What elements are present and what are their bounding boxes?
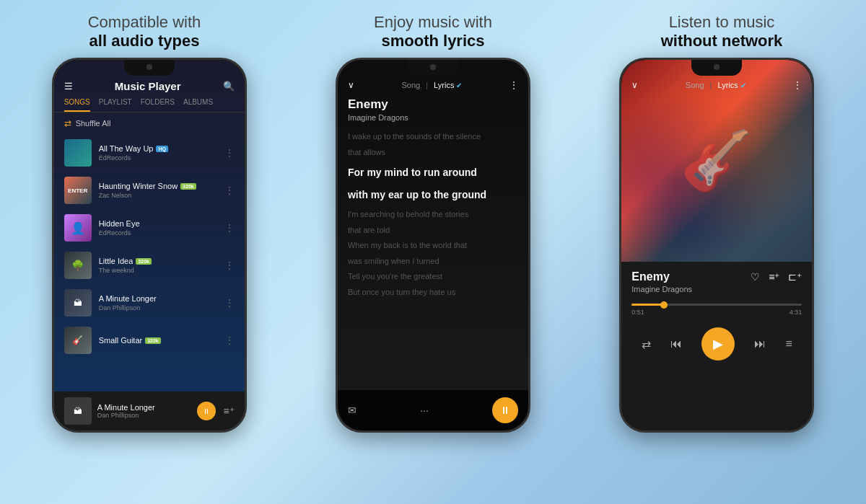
lyric-9: But once you turn they hate us xyxy=(348,286,518,299)
time-total: 4:31 xyxy=(790,309,802,316)
phone2-screen: ∨ Song | Lyrics ✔ ⋮ Enemy Imagine Dragon… xyxy=(338,60,528,430)
lyric-4: I'm searching to behold the stories xyxy=(348,208,518,221)
more-icon-hidden[interactable]: ⋮ xyxy=(224,222,235,234)
song-item-little[interactable]: 🌳 Little Idea 320k The weeknd ⋮ xyxy=(54,247,245,284)
song-list: All The Way Up HQ EdRecords ⋮ ENTER xyxy=(54,134,245,359)
phone3: 🎸 ∨ Song | Lyrics ✔ ⋮ xyxy=(619,58,814,433)
next-button[interactable]: ⏭ xyxy=(754,337,766,350)
p2-song-title: Enemy xyxy=(338,97,528,113)
phone2-wrapper: ∨ Song | Lyrics ✔ ⋮ Enemy Imagine Dragon… xyxy=(298,58,567,497)
options-icon[interactable]: ··· xyxy=(420,404,429,416)
p1-title: Music Player xyxy=(115,80,181,92)
p3-song-title: Enemy xyxy=(631,270,669,283)
lyric-5: that are told xyxy=(348,224,518,237)
phone1-screen: ☰ Music Player 🔍 SONGS PLAYLIST FOLDERS … xyxy=(54,60,245,430)
cast-icon[interactable]: ⊏⁺ xyxy=(788,271,802,283)
queue-list-icon[interactable]: ≡⁺ xyxy=(769,271,779,283)
song-item-hidden[interactable]: 👤 Hidden Eye EdRecords ⋮ xyxy=(54,209,245,247)
song-name-haunting: Haunting Winter Snow xyxy=(99,182,178,190)
phone2: ∨ Song | Lyrics ✔ ⋮ Enemy Imagine Dragon… xyxy=(336,58,530,433)
more-icon-little[interactable]: ⋮ xyxy=(224,260,235,271)
song-name-allway: All The Way Up xyxy=(99,144,154,153)
song-name-aminute: A Minute Longer xyxy=(99,294,157,303)
p3-header: ∨ Song | Lyrics ✔ ⋮ xyxy=(621,80,812,90)
lyric-7: was smiling when I turned xyxy=(348,255,518,268)
favorite-icon[interactable]: ♡ xyxy=(751,271,760,283)
song-info-hidden: Hidden Eye EdRecords xyxy=(99,219,217,236)
tab-albums[interactable]: ALBUMS xyxy=(183,98,213,112)
song-item-aminute[interactable]: 🏔 A Minute Longer Dan Phillipson ⋮ xyxy=(54,284,245,322)
p2-footer: ✉ ··· ⏸ xyxy=(338,390,528,430)
p2-header: ∨ Song | Lyrics ✔ ⋮ xyxy=(338,60,528,97)
phone1: ☰ Music Player 🔍 SONGS PLAYLIST FOLDERS … xyxy=(52,58,247,433)
tab-lyrics-p3[interactable]: Lyrics ✔ xyxy=(717,81,745,89)
progress-times: 0:51 4:31 xyxy=(631,309,802,316)
phone3-wrapper: 🎸 ∨ Song | Lyrics ✔ ⋮ xyxy=(582,58,852,497)
np-artist: Dan Phillipson xyxy=(97,412,192,419)
time-current: 0:51 xyxy=(631,309,644,316)
mail-icon[interactable]: ✉ xyxy=(348,404,357,416)
tab-songs[interactable]: SONGS xyxy=(64,98,90,112)
thumb-img-allway xyxy=(64,139,92,167)
back-icon-p2[interactable]: ∨ xyxy=(348,80,354,90)
thumb-img-hidden: 👤 xyxy=(64,214,92,242)
verified-icon-p3: ✔ xyxy=(740,81,746,89)
song-item-small[interactable]: 🎸 Small Guitar 320k ⋮ xyxy=(54,322,245,359)
label-3-line1: Listen to music xyxy=(577,13,866,32)
np-info: A Minute Longer Dan Phillipson xyxy=(97,403,192,419)
p1-header: ☰ Music Player 🔍 xyxy=(54,60,245,98)
song-item-allway[interactable]: All The Way Up HQ EdRecords ⋮ xyxy=(54,134,245,172)
more-icon-p3[interactable]: ⋮ xyxy=(793,80,802,90)
thumb-img-small: 🎸 xyxy=(64,327,92,354)
lyrics-container: I wake up to the sounds of the silence t… xyxy=(338,131,528,299)
label-1-line1: Compatible with xyxy=(0,13,289,32)
back-icon-p3[interactable]: ∨ xyxy=(631,80,638,90)
song-item-haunting[interactable]: ENTER Haunting Winter Snow 320k Zac Nels… xyxy=(54,172,245,209)
play-button-p3[interactable]: ▶ xyxy=(701,327,735,361)
song-artist-allway: EdRecords xyxy=(99,154,217,162)
tab-song-p2[interactable]: Song xyxy=(402,81,421,89)
p3-artist: Imagine Dragons xyxy=(631,285,802,293)
more-icon-haunting[interactable]: ⋮ xyxy=(224,185,235,196)
tab-lyrics-p2[interactable]: Lyrics ✔ xyxy=(434,81,462,89)
tab-song-p3[interactable]: Song xyxy=(686,81,704,89)
more-icon-allway[interactable]: ⋮ xyxy=(224,147,235,159)
progress-bar[interactable] xyxy=(631,304,802,306)
song-thumb-small: 🎸 xyxy=(64,327,92,354)
np-thumb: 🏔 xyxy=(64,397,92,425)
equalizer-button[interactable]: ≡ xyxy=(785,337,792,350)
tab-folders[interactable]: FOLDERS xyxy=(141,98,175,112)
thumb-img-aminute: 🏔 xyxy=(64,289,92,317)
queue-icon[interactable]: ≡⁺ xyxy=(223,405,234,417)
label-3: Listen to music without network xyxy=(577,13,866,50)
p2-tabs: Song | Lyrics ✔ xyxy=(402,81,463,89)
now-playing-bar: 🏔 A Minute Longer Dan Phillipson ⏸ ≡⁺ xyxy=(54,392,245,430)
song-name-hidden: Hidden Eye xyxy=(99,219,140,228)
song-name-little: Little Idea xyxy=(99,257,134,265)
menu-icon[interactable]: ☰ xyxy=(64,81,73,92)
np-thumb-img: 🏔 xyxy=(64,397,92,425)
more-icon-p2[interactable]: ⋮ xyxy=(509,80,518,90)
prev-button[interactable]: ⏮ xyxy=(670,337,682,350)
tab-playlist[interactable]: PLAYLIST xyxy=(99,98,132,112)
np-title: A Minute Longer xyxy=(97,403,192,412)
song-thumb-little: 🌳 xyxy=(64,252,92,279)
shuffle-row[interactable]: ⇄ Shuffle All xyxy=(54,112,245,134)
pause-button-p2[interactable]: ⏸ xyxy=(492,397,518,423)
search-icon[interactable]: 🔍 xyxy=(223,81,235,92)
p3-progress[interactable]: 0:51 4:31 xyxy=(621,298,812,322)
tab-divider-p3: | xyxy=(710,81,712,89)
more-icon-small[interactable]: ⋮ xyxy=(224,335,235,346)
more-icon-aminute[interactable]: ⋮ xyxy=(224,297,235,309)
p3-controls: ⇄ ⏮ ▶ ⏭ ≡ xyxy=(621,322,812,371)
progress-thumb xyxy=(660,301,668,309)
shuffle-button[interactable]: ⇄ xyxy=(642,337,651,351)
song-info-little: Little Idea 320k The weeknd xyxy=(99,257,217,274)
p3-info: Enemy ♡ ≡⁺ ⊏⁺ Imagine Dragons xyxy=(621,262,812,298)
song-badge-small: 320k xyxy=(145,337,161,344)
label-1-line2: all audio types xyxy=(0,32,289,50)
pause-button[interactable]: ⏸ xyxy=(197,402,216,420)
song-artist-hidden: EdRecords xyxy=(99,229,217,236)
album-art: 🎸 ∨ Song | Lyrics ✔ ⋮ xyxy=(621,60,812,262)
label-1: Compatible with all audio types xyxy=(0,13,289,50)
